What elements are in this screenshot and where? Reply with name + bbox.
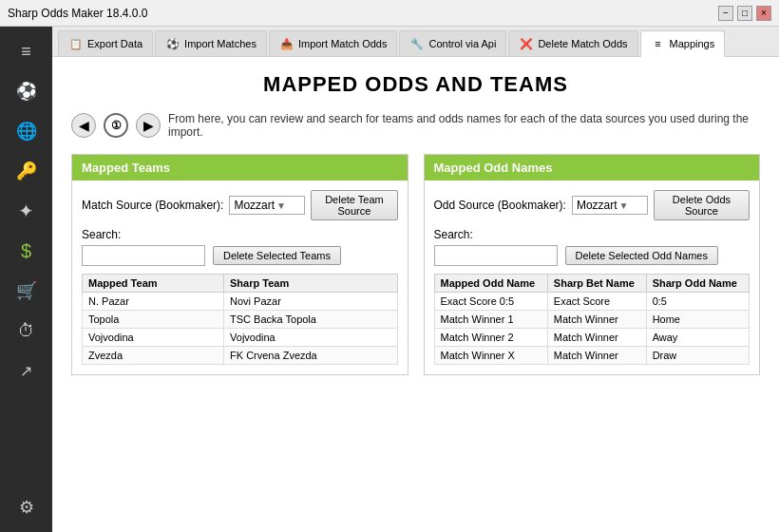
sharp-odd-cell: Home [646,311,749,329]
mapped-odds-header: Mapped Odd Names [425,155,760,180]
table-row[interactable]: Match Winner 1Match WinnerHome [434,311,750,329]
match-source-select[interactable]: Mozzart ▼ [229,196,305,215]
tab-delete-odds[interactable]: ❌ Delete Match Odds [508,30,637,56]
mapped-odds-table: Mapped Odd Name Sharp Bet Name Sharp Odd… [434,274,750,365]
navigation-row: ◀ ① ▶ From here, you can review and sear… [71,112,760,139]
table-row[interactable]: N. PazarNovi Pazar [83,293,398,311]
mapped-odd-cell: Match Winner 1 [434,311,547,329]
odd-source-label: Odd Source (Bookmaker): [434,199,566,212]
teams-search-input[interactable] [82,245,205,266]
table-row[interactable]: Match Winner 2Match WinnerAway [434,329,750,347]
sharp-team-cell: Vojvodina [224,329,397,347]
mapped-teams-body: Match Source (Bookmaker): Mozzart ▼ Dele… [72,180,408,374]
col-mapped-odd: Mapped Odd Name [434,275,547,293]
forward-button[interactable]: ▶ [136,113,161,138]
delete-odds-source-button[interactable]: Delete Odds Source [654,190,750,220]
minimize-button[interactable]: − [718,6,733,21]
tab-mappings[interactable]: ≡ Mappings [640,30,726,57]
col-mapped-team: Mapped Team [83,275,224,293]
title-bar: Sharp Odds Maker 18.4.0.0 − □ × [0,0,779,27]
mapped-team-cell: Topola [83,311,224,329]
odds-search-row: Search: Delete Selected Odd Names [434,228,750,266]
delete-odds-icon: ❌ [519,36,534,51]
sharp-odd-cell: Draw [646,347,749,365]
import-odds-icon: 📥 [279,36,294,51]
sidebar-icon-speedometer[interactable]: ⏱ [10,314,44,348]
col-sharp-team: Sharp Team [224,275,397,293]
export-data-icon: 📋 [68,36,84,51]
import-matches-icon: ⚽ [165,36,180,51]
sharp-bet-cell: Match Winner [547,347,646,365]
sidebar-icon-key[interactable]: 🔑 [10,154,44,188]
mappings-icon: ≡ [651,36,666,51]
sidebar-icon-globe[interactable]: 🌐 [10,114,44,148]
sidebar-icon-dollar[interactable]: $ [10,234,44,268]
mapped-team-cell: N. Pazar [83,293,224,311]
sidebar-icon-soccer[interactable]: ⚽ [10,74,44,108]
odd-source-row: Odd Source (Bookmaker): Mozzart ▼ Delete… [434,190,750,220]
sharp-odd-cell: 0:5 [646,293,749,311]
sharp-bet-cell: Match Winner [547,311,646,329]
delete-selected-odds-button[interactable]: Delete Selected Odd Names [565,246,718,265]
mapped-teams-panel: Mapped Teams Match Source (Bookmaker): M… [71,154,408,375]
odds-search-input[interactable] [434,245,558,266]
tab-control-api[interactable]: 🔧 Control via Api [399,30,506,56]
sidebar-icon-menu[interactable]: ≡ [10,34,44,68]
sidebar-icon-cursor[interactable]: ✦ [10,194,44,228]
col-sharp-bet: Sharp Bet Name [547,275,646,293]
nav-description: From here, you can review and search for… [168,112,760,139]
mapped-odds-body: Odd Source (Bookmaker): Mozzart ▼ Delete… [425,180,760,374]
mapped-odd-cell: Match Winner 2 [434,329,547,347]
mapped-teams-header: Mapped Teams [72,155,408,180]
back-button[interactable]: ◀ [71,113,96,138]
tab-bar: 📋 Export Data ⚽ Import Matches 📥 Import … [52,27,779,57]
table-row[interactable]: Exact Score 0:5Exact Score0:5 [434,293,750,311]
sharp-team-cell: TSC Backa Topola [224,311,397,329]
mapped-team-cell: Vojvodina [83,329,224,347]
col-sharp-odd: Sharp Odd Name [646,275,749,293]
sharp-bet-cell: Exact Score [547,293,646,311]
sharp-team-cell: FK Crvena Zvezda [224,347,397,365]
window-controls[interactable]: − □ × [718,6,771,21]
close-button[interactable]: × [756,6,771,21]
sharp-team-cell: Novi Pazar [224,293,397,311]
tab-import-matches[interactable]: ⚽ Import Matches [155,30,267,56]
maximize-button[interactable]: □ [737,6,752,21]
panels-row: Mapped Teams Match Source (Bookmaker): M… [71,154,760,375]
mapped-teams-table: Mapped Team Sharp Team N. PazarNovi Paza… [82,274,398,365]
match-source-label: Match Source (Bookmaker): [82,199,223,212]
mapped-odd-cell: Exact Score 0:5 [434,293,547,311]
sharp-bet-cell: Match Winner [547,329,646,347]
content-area: MAPPED ODDS AND TEAMS ◀ ① ▶ From here, y… [52,57,779,532]
sidebar-icon-export[interactable]: ↗ [10,353,44,388]
odds-search-label: Search: [434,228,750,241]
match-source-row: Match Source (Bookmaker): Mozzart ▼ Dele… [82,190,398,220]
mapped-odd-cell: Match Winner X [434,347,547,365]
tab-import-match-odds[interactable]: 📥 Import Match Odds [269,30,398,56]
mapped-odds-panel: Mapped Odd Names Odd Source (Bookmaker):… [424,154,761,375]
control-api-icon: 🔧 [409,36,425,51]
tab-export-data[interactable]: 📋 Export Data [58,30,153,56]
teams-search-label: Search: [82,228,398,241]
sidebar-icon-settings[interactable]: ⚙ [10,490,44,524]
table-row[interactable]: Match Winner XMatch WinnerDraw [434,347,750,365]
table-row[interactable]: ZvezdaFK Crvena Zvezda [83,347,398,365]
page-title: MAPPED ODDS AND TEAMS [71,72,760,97]
delete-team-source-button[interactable]: Delete Team Source [311,190,397,220]
odd-source-select[interactable]: Mozzart ▼ [572,196,648,215]
sidebar: ≡ ⚽ 🌐 🔑 ✦ $ 🛒 ⏱ ↗ ⚙ [0,27,52,532]
table-row[interactable]: TopolaTSC Backa Topola [83,311,398,329]
table-row[interactable]: VojvodinaVojvodina [83,329,398,347]
mapped-team-cell: Zvezda [83,347,224,365]
sharp-odd-cell: Away [646,329,749,347]
step-indicator: ① [104,113,128,138]
app-title: Sharp Odds Maker 18.4.0.0 [8,7,147,20]
teams-search-row: Search: Delete Selected Teams [82,228,398,266]
match-source-dropdown-arrow: ▼ [276,200,286,211]
sidebar-icon-cart[interactable]: 🛒 [10,274,44,308]
odd-source-dropdown-arrow: ▼ [619,200,629,211]
delete-selected-teams-button[interactable]: Delete Selected Teams [213,246,341,265]
